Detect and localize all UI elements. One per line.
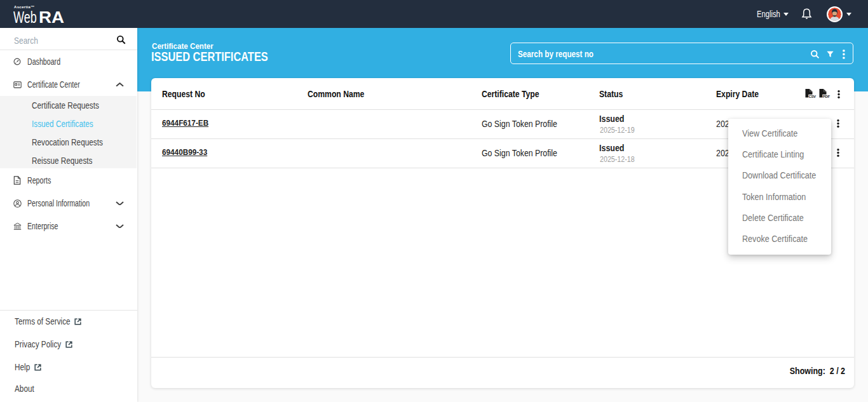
svg-text:PDF: PDF [823, 95, 831, 98]
svg-text:CSV: CSV [809, 95, 817, 98]
